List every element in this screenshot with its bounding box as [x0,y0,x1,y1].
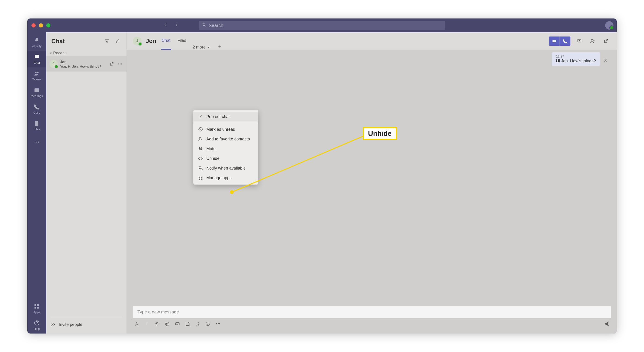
menu-unhide[interactable]: Unhide [194,154,258,163]
tab-more[interactable]: 2 more [193,45,210,50]
send-button[interactable] [604,321,609,328]
message-input-box[interactable] [133,306,611,318]
app-rail: Activity Chat Teams Meetings Calls [27,32,46,334]
menu-notify-available[interactable]: Notify when available [194,163,258,173]
svg-point-13 [120,63,120,64]
menu-mark-unread[interactable]: Mark as unread [194,125,258,134]
svg-point-6 [38,141,39,142]
nav-forward-icon[interactable] [174,22,179,28]
nav-back-icon[interactable] [163,22,168,28]
contact-name: Jen [60,60,106,64]
loop-icon [206,321,210,326]
chat-list-panel: Chat Recent J [46,32,127,334]
rail-calls[interactable]: Calls [27,101,46,117]
format-button[interactable] [134,321,139,327]
rail-help[interactable]: Help [27,317,46,334]
rail-apps[interactable]: Apps [27,300,46,317]
rail-teams[interactable]: Teams [27,67,46,84]
emoji-button[interactable] [165,321,170,327]
praise-button[interactable] [195,321,200,327]
rail-files[interactable]: Files [27,117,46,134]
filter-icon [104,39,110,44]
sticker-button[interactable] [185,321,190,327]
sticker-icon [185,321,190,326]
chat-list-item[interactable]: J Jen You: Hi Jen. How's things? [46,56,126,72]
filter-button[interactable] [103,37,111,45]
audio-call-button[interactable] [560,36,570,46]
svg-point-19 [166,322,169,326]
menu-label: Mute [206,147,216,151]
close-window-icon[interactable] [32,23,36,27]
tab-chat[interactable]: Chat [161,32,171,50]
conversation-header: J Jen Chat Files 2 more ＋ [127,32,617,50]
avatar-initial: J [53,62,54,66]
gif-button[interactable]: GIF [175,321,180,327]
menu-mute[interactable]: Mute [194,144,258,154]
tab-more-label: 2 more [193,45,206,50]
eye-icon [198,156,203,161]
bell-icon [34,37,40,44]
search-input[interactable] [209,23,442,28]
menu-add-favorite[interactable]: Add to favorite contacts [194,134,258,144]
chat-item-more-button[interactable] [117,61,123,67]
add-tab-button[interactable]: ＋ [216,43,223,50]
chat-icon [34,54,40,60]
svg-point-0 [203,23,205,26]
svg-point-26 [218,323,218,324]
maximize-window-icon[interactable] [46,23,50,27]
video-call-button[interactable] [549,36,560,46]
annotation-callout: Unhide [363,127,397,140]
recent-section-toggle[interactable]: Recent [46,50,126,56]
current-user-avatar[interactable] [605,21,614,29]
menu-label: Unhide [206,156,220,161]
menu-pop-out-chat[interactable]: Pop out chat [194,112,258,122]
title-bar [27,18,617,32]
svg-point-1 [35,72,36,73]
sent-message-bubble[interactable]: 12:27 Hi Jen. How's things? [552,52,600,66]
svg-point-31 [199,167,201,169]
teams-icon [34,70,40,77]
pop-out-icon [110,62,114,66]
avatar-initial: J [136,39,138,43]
pop-out-button[interactable] [108,61,115,67]
tab-files[interactable]: Files [177,32,187,50]
search-box[interactable] [199,21,445,30]
menu-label: Pop out chat [206,114,230,119]
svg-point-27 [219,323,220,324]
apps-icon [34,303,40,310]
add-people-button[interactable] [588,36,597,46]
menu-manage-apps[interactable]: Manage apps [194,173,258,183]
svg-point-30 [200,158,201,159]
invite-people-button[interactable]: Invite people [50,321,122,328]
rail-more[interactable] [27,134,46,151]
phone-icon [563,39,568,43]
more-compose-button[interactable] [216,321,221,327]
svg-point-14 [121,63,122,64]
svg-text:GIF: GIF [176,323,179,325]
svg-point-29 [200,137,201,139]
svg-point-32 [201,168,202,170]
svg-point-2 [37,72,39,73]
message-input[interactable] [138,310,606,315]
chat-list-title: Chat [51,38,100,45]
loop-button[interactable] [206,321,210,327]
gif-icon: GIF [175,321,180,326]
rail-activity[interactable]: Activity [27,34,46,51]
composer: GIF [127,306,617,334]
minimize-window-icon[interactable] [39,23,43,27]
section-label: Recent [53,51,66,55]
svg-rect-7 [34,304,36,306]
rail-label: Files [34,128,40,131]
pop-out-icon [198,114,203,119]
app-window: Activity Chat Teams Meetings Calls [27,18,617,334]
rail-label: Teams [32,78,41,81]
rail-chat[interactable]: Chat [27,51,46,67]
share-screen-button[interactable] [574,36,584,46]
conversation-avatar[interactable]: J [133,37,142,45]
attach-button[interactable] [154,321,160,327]
popout-conversation-button[interactable] [602,36,611,46]
rail-meetings[interactable]: Meetings [27,84,46,101]
apps-icon [198,175,203,180]
priority-button[interactable] [144,321,150,327]
new-chat-button[interactable] [114,37,122,45]
